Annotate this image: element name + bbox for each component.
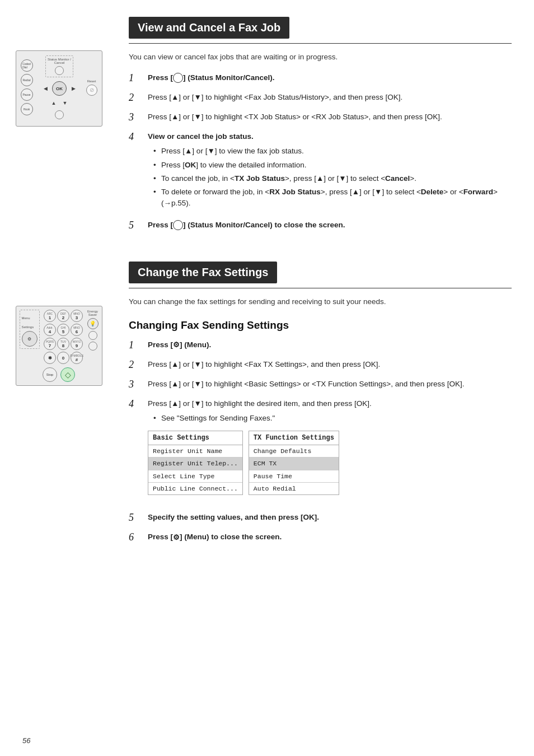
key-2: DEF2: [57, 310, 69, 322]
step-1-4-bullets: Press [▲] or [▼] to view the fax job sta…: [153, 146, 512, 209]
report-button: [88, 331, 97, 340]
section-change-fax: Change the Fax Settings You can change t…: [129, 262, 512, 544]
step-num-2-3: 3: [129, 379, 141, 390]
step-content-2-5: Specify the setting values, and then pre…: [148, 512, 512, 523]
tx-row-3: Pause Time: [249, 470, 339, 483]
key-9: WXYZ9: [71, 338, 83, 350]
step-num-1-4: 4: [129, 131, 141, 143]
step-1-5: 5 Press [ ] (Status Monitor/Cancel) to c…: [129, 220, 512, 231]
coded-dial-button: CodedDial: [21, 59, 33, 72]
step-2-4: 4 Press [▲] or [▼] to highlight the desi…: [129, 398, 512, 505]
step-2-6: 6 Press [⚙] (Menu) to close the screen.: [129, 531, 512, 543]
step-content-2-2: Press [▲] or [▼] to highlight <Fax TX Se…: [148, 359, 512, 370]
hook-button: Hook: [21, 103, 33, 115]
step-content-1-1: Press [ ] (Status Monitor/Cancel).: [148, 72, 512, 83]
key-7: PQRS7: [44, 338, 56, 350]
step-2-3: 3 Press [▲] or [▼] to highlight <Basic S…: [129, 379, 512, 390]
step-num-2-4: 4: [129, 398, 141, 410]
key-3: MNO3: [71, 310, 83, 322]
main-content: View and Cancel a Fax Job You can view o…: [118, 0, 534, 756]
step-content-1-5: Press [ ] (Status Monitor/Cancel) to clo…: [148, 220, 512, 231]
step-content-2-4: Press [▲] or [▼] to highlight the desire…: [148, 398, 512, 505]
step-1-1: 1 Press [ ] (Status Monitor/Cancel).: [129, 72, 512, 84]
step-num-1-5: 5: [129, 220, 141, 231]
section-view-cancel: View and Cancel a Fax Job You can view o…: [129, 17, 512, 231]
bullet-1: Press [▲] or [▼] to view the fax job sta…: [153, 146, 512, 157]
up-arrow-button: ▲: [49, 99, 58, 108]
key-0: 0: [57, 352, 69, 364]
basic-row-4: Public Line Connect...: [148, 483, 242, 494]
step-1-2: 2 Press [▲] or [▼] to highlight <Fax Job…: [129, 92, 512, 104]
section1-steps: 1 Press [ ] (Status Monitor/Cancel). 2 P…: [129, 72, 512, 231]
down-arrow-button: ▼: [60, 99, 69, 108]
section2-intro: You can change the fax settings for send…: [129, 297, 512, 306]
status-monitor-icon2: [173, 220, 183, 230]
step-num-2-5: 5: [129, 512, 141, 524]
bullet-4: To delete or forward the job, in <RX Job…: [153, 186, 512, 209]
step-2-2: 2 Press [▲] or [▼] to highlight <Fax TX …: [129, 359, 512, 371]
ok-button: OK: [52, 81, 67, 96]
step-2-5: 5 Specify the setting values, and then p…: [129, 512, 512, 524]
step-content-1-3: Press [▲] or [▼] to highlight <TX Job St…: [148, 111, 512, 123]
tx-row-1: Change Defaults: [249, 445, 339, 458]
basic-settings-header: Basic Settings: [148, 431, 242, 445]
step-num-2-6: 6: [129, 531, 141, 543]
basic-row-3: Select Line Type: [148, 470, 242, 483]
key-1: ABC1: [44, 310, 56, 322]
stop-button: Stop: [43, 367, 57, 382]
step-num-1-1: 1: [129, 72, 141, 84]
tx-settings-table: TX Function Settings Change Defaults ECM…: [249, 431, 339, 495]
step-content-1-4: View or cancel the job status. Press [▲]…: [148, 131, 512, 212]
basic-settings-table: Basic Settings Register Unit Name Regist…: [148, 431, 243, 495]
key-8: TUV8: [57, 338, 69, 350]
status-monitor-cancel-button: [55, 66, 64, 75]
step-2-4-bullets: See "Settings for Sending Faxes.": [153, 413, 512, 424]
section1-intro: You can view or cancel fax jobs that are…: [129, 53, 512, 61]
step-1-3: 3 Press [▲] or [▼] to highlight <TX Job …: [129, 111, 512, 123]
start-button: ◇: [60, 367, 75, 382]
menu-button: ⚙: [22, 331, 38, 347]
bullet-2: Press [OK] to view the detailed informat…: [153, 160, 512, 171]
device-keypad: MenuSettings ⚙ ABC1 DEF2 MNO3 Addr.4 GHI…: [16, 306, 102, 386]
redial-button: Redial: [21, 74, 33, 86]
menu-gear-icon: ⚙: [173, 339, 180, 351]
key-6: MNO6: [71, 324, 83, 336]
page-number: 56: [22, 736, 30, 745]
section-gap: [129, 239, 512, 262]
tx-row-4: Auto Redial: [249, 483, 339, 494]
step-num-2-2: 2: [129, 359, 141, 371]
step-1-4: 4 View or cancel the job status. Press […: [129, 131, 512, 212]
basic-row-1: Register Unit Name: [148, 445, 242, 458]
right-arrow-button: ▶: [69, 84, 78, 93]
key-star: ✱: [44, 352, 56, 364]
page-container: CodedDial Redial Pause Hook Status Monit…: [0, 0, 534, 756]
back-button: [55, 110, 64, 119]
step-content-1-2: Press [▲] or [▼] to highlight <Fax Job S…: [148, 92, 512, 103]
step-num-2-1: 1: [129, 339, 141, 351]
left-arrow-button: ◀: [41, 84, 50, 93]
section1-title: View and Cancel a Fax Job: [129, 17, 289, 39]
tx-settings-header: TX Function Settings: [249, 431, 339, 445]
step-content-2-6: Press [⚙] (Menu) to close the screen.: [148, 531, 512, 543]
bullet-3: To cancel the job, in <TX Job Status>, p…: [153, 173, 512, 184]
basic-row-2: Register Unit Telep...: [148, 458, 242, 470]
key-4: Addr.4: [44, 324, 56, 336]
pause-button: Pause: [21, 88, 33, 101]
section2-title: Change the Fax Settings: [129, 262, 277, 283]
bottom-buttons: Stop ◇: [20, 367, 99, 382]
step-content-2-3: Press [▲] or [▼] to highlight <Basic Set…: [148, 379, 512, 390]
step-2-1: 1 Press [⚙] (Menu).: [129, 339, 512, 351]
key-hash: SYMBOLS#: [71, 352, 83, 364]
section2-steps: 1 Press [⚙] (Menu). 2 Press [▲] or [▼] t…: [129, 339, 512, 544]
status-monitor-icon: [173, 73, 183, 83]
subsection-title: Changing Fax Sending Settings: [129, 319, 512, 332]
step-num-1-3: 3: [129, 111, 141, 123]
step-content-2-1: Press [⚙] (Menu).: [148, 339, 512, 351]
device-status-monitor: CodedDial Redial Pause Hook Status Monit…: [16, 50, 102, 127]
sidebar: CodedDial Redial Pause Hook Status Monit…: [0, 0, 118, 756]
tx-row-2: ECM TX: [249, 458, 339, 470]
menu-gear-icon2: ⚙: [173, 532, 180, 543]
clear-button: [88, 342, 97, 351]
step-num-1-2: 2: [129, 92, 141, 104]
settings-tables: Basic Settings Register Unit Name Regist…: [148, 431, 512, 495]
